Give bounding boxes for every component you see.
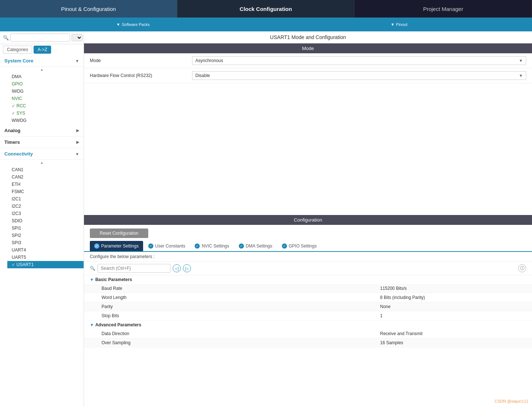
basic-params-group[interactable]: ▼ Basic Parameters bbox=[84, 275, 532, 284]
sidebar-item-rcc[interactable]: ✓ RCC bbox=[7, 102, 84, 110]
mode-row-hwflow: Hardware Flow Control (RS232) Disable ▼ bbox=[84, 68, 532, 83]
check-icon: ✓ bbox=[12, 111, 15, 116]
content-title: USART1 Mode and Configuration bbox=[84, 31, 532, 43]
sidebar-item-sys[interactable]: ✓ SYS bbox=[7, 110, 84, 117]
config-search-input[interactable] bbox=[97, 264, 171, 273]
tab-nvic-settings[interactable]: ✓ NVIC Settings bbox=[190, 241, 233, 251]
params-area: ▼ Basic Parameters Baud Rate 115200 Bits… bbox=[84, 275, 532, 407]
sidebar-item-can1[interactable]: CAN1 bbox=[7, 166, 84, 173]
chevron-icon: ▼ bbox=[391, 22, 395, 27]
check-icon: ✓ bbox=[12, 104, 15, 108]
sidebar-item-dma[interactable]: DMA bbox=[7, 73, 84, 80]
param-row-datadirection: Data Direction Receive and Transmit bbox=[84, 329, 532, 338]
nav-clock[interactable]: Clock Configuration bbox=[177, 0, 355, 18]
main-layout: 🔍 ⚙ Categories A->Z System Core ▼ ▲ bbox=[0, 31, 532, 407]
tab-parameter-settings[interactable]: ✓ Parameter Settings bbox=[90, 241, 143, 251]
sidebar-scroll-area: System Core ▼ ▲ DMA GPIO IWDG NVIC ✓ bbox=[0, 55, 84, 407]
mode-select-dropdown[interactable]: Asynchronous ▼ bbox=[192, 56, 526, 65]
chevron-icon: ▼ bbox=[116, 22, 120, 27]
tab-az[interactable]: A->Z bbox=[34, 46, 51, 54]
systemcore-items: DMA GPIO IWDG NVIC ✓ RCC ✓ SYS bbox=[0, 72, 84, 125]
advanced-params-group[interactable]: ▼ Advanced Parameters bbox=[84, 320, 532, 329]
sidebar: 🔍 ⚙ Categories A->Z System Core ▼ ▲ bbox=[0, 31, 84, 407]
param-row-baudrate: Baud Rate 115200 Bits/s bbox=[84, 284, 532, 293]
chevron-down-icon: ▼ bbox=[75, 152, 79, 156]
chevron-right-icon: ▶ bbox=[76, 128, 79, 133]
spacer bbox=[84, 83, 532, 215]
tab-user-constants[interactable]: ✓ User Constants bbox=[144, 241, 190, 251]
sidebar-item-wwdg[interactable]: WWDG bbox=[7, 117, 84, 124]
chevron-down-icon: ▼ bbox=[519, 73, 523, 78]
sidebar-item-usart1[interactable]: ✓ USART1 bbox=[7, 261, 84, 268]
sidebar-item-nvic[interactable]: NVIC bbox=[7, 95, 84, 102]
config-tabs: ✓ Parameter Settings ✓ User Constants ✓ … bbox=[84, 241, 532, 252]
sidebar-category-connectivity[interactable]: Connectivity ▼ bbox=[0, 148, 84, 160]
content-area: USART1 Mode and Configuration Mode Mode … bbox=[84, 31, 532, 407]
sidebar-item-gpio[interactable]: GPIO bbox=[7, 80, 84, 88]
sidebar-item-uart4[interactable]: UART4 bbox=[7, 246, 84, 254]
sidebar-category-systemcore[interactable]: System Core ▼ bbox=[0, 55, 84, 67]
sidebar-search-area: 🔍 ⚙ bbox=[0, 31, 84, 44]
tab-check-icon: ✓ bbox=[94, 243, 99, 249]
collapse-icon: ▼ bbox=[90, 323, 94, 327]
hwflow-select-dropdown[interactable]: Disable ▼ bbox=[192, 71, 526, 80]
nav-project[interactable]: Project Manager bbox=[355, 0, 532, 18]
tab-dma-settings[interactable]: ✓ DMA Settings bbox=[234, 241, 277, 251]
chevron-down-icon: ▼ bbox=[519, 58, 523, 63]
sidebar-item-can2[interactable]: CAN2 bbox=[7, 173, 84, 181]
scroll-up-icon-2[interactable]: ▲ bbox=[0, 160, 84, 165]
sub-nav-software-packs[interactable]: ▼ Software Packs bbox=[0, 22, 266, 27]
reset-configuration-button[interactable]: Reset Configuration bbox=[90, 229, 148, 238]
param-row-stopbits: Stop Bits 1 bbox=[84, 311, 532, 320]
chevron-right-icon: ▶ bbox=[76, 140, 79, 145]
nav-pinout[interactable]: Pinout & Configuration bbox=[0, 0, 177, 18]
sidebar-category-timers[interactable]: Timers ▶ bbox=[0, 137, 84, 148]
tab-categories[interactable]: Categories bbox=[3, 46, 32, 54]
config-section-header: Configuration bbox=[84, 215, 532, 225]
sidebar-item-eth[interactable]: ETH bbox=[7, 181, 84, 188]
sidebar-item-i2c1[interactable]: I2C1 bbox=[7, 195, 84, 203]
sidebar-item-fsmc[interactable]: FSMC bbox=[7, 188, 84, 195]
search-icon: 🔍 bbox=[3, 35, 9, 41]
search-icon: 🔍 bbox=[90, 266, 95, 271]
chevron-down-icon: ▼ bbox=[75, 59, 79, 63]
sidebar-item-i2c2[interactable]: I2C2 bbox=[7, 203, 84, 210]
sidebar-category-analog[interactable]: Analog ▶ bbox=[0, 125, 84, 137]
connectivity-items: CAN1 CAN2 ETH FSMC I2C1 I2C2 I2C bbox=[0, 165, 84, 269]
next-nav-button[interactable]: ▷ bbox=[183, 264, 191, 272]
param-row-parity: Parity None bbox=[84, 302, 532, 311]
top-nav: Pinout & Configuration Clock Configurati… bbox=[0, 0, 532, 18]
sidebar-tabs: Categories A->Z bbox=[0, 44, 84, 55]
collapse-icon: ▼ bbox=[90, 277, 94, 282]
tab-check-icon: ✓ bbox=[148, 243, 153, 249]
config-search-area: 🔍 ◁ ▷ ⓘ bbox=[84, 262, 532, 275]
sidebar-item-spi2[interactable]: SPI2 bbox=[7, 232, 84, 239]
sidebar-search-input[interactable] bbox=[10, 34, 70, 42]
info-button[interactable]: ⓘ bbox=[518, 264, 526, 272]
param-row-oversampling: Over Sampling 16 Samples bbox=[84, 338, 532, 348]
sidebar-item-spi1[interactable]: SPI1 bbox=[7, 224, 84, 232]
tab-check-icon: ✓ bbox=[282, 243, 287, 249]
sub-nav-pinout[interactable]: ▼ Pinout bbox=[266, 22, 532, 27]
config-note: Configure the below parameters : bbox=[84, 252, 532, 262]
sidebar-search-select[interactable] bbox=[72, 34, 83, 41]
sidebar-item-i2c3[interactable]: I2C3 bbox=[7, 210, 84, 217]
scroll-up-icon[interactable]: ▲ bbox=[0, 67, 84, 72]
param-row-wordlength: Word Length 8 Bits (including Parity) bbox=[84, 293, 532, 302]
sidebar-item-iwdg[interactable]: IWDG bbox=[7, 88, 84, 95]
watermark: CSDN @wajun111 bbox=[495, 399, 529, 403]
sidebar-item-sdio[interactable]: SDIO bbox=[7, 217, 84, 224]
mode-row-mode: Mode Asynchronous ▼ bbox=[84, 53, 532, 68]
mode-section-header: Mode bbox=[84, 43, 532, 53]
tab-gpio-settings[interactable]: ✓ GPIO Settings bbox=[278, 241, 321, 251]
sub-nav: ▼ Software Packs ▼ Pinout bbox=[0, 18, 532, 31]
tab-check-icon: ✓ bbox=[239, 243, 244, 249]
tab-check-icon: ✓ bbox=[195, 243, 200, 249]
prev-nav-button[interactable]: ◁ bbox=[173, 264, 181, 272]
sidebar-item-spi3[interactable]: SPI3 bbox=[7, 239, 84, 246]
sidebar-item-uart5[interactable]: UART5 bbox=[7, 254, 84, 261]
